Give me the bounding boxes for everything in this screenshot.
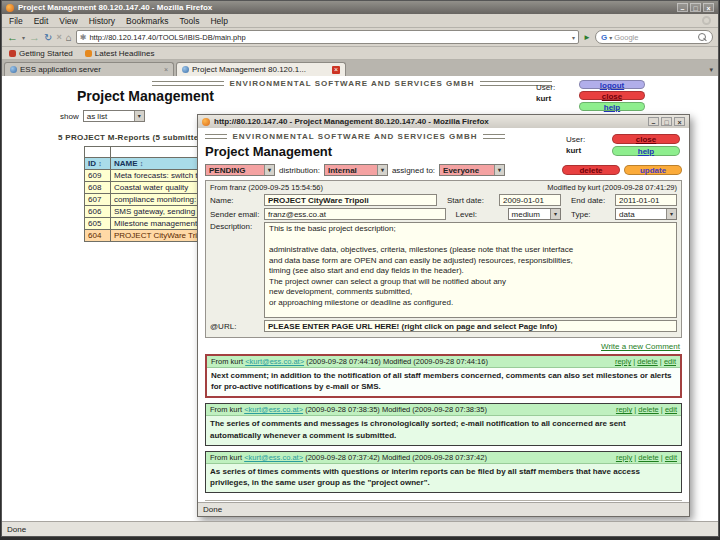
comment-from: From kurt bbox=[211, 357, 243, 366]
chevron-down-icon: ▾ bbox=[494, 165, 504, 175]
popup-status-text: Done bbox=[203, 505, 222, 514]
comment-from: From kurt bbox=[210, 405, 242, 414]
tab-favicon bbox=[182, 66, 189, 73]
home-icon[interactable]: ⌂ bbox=[66, 32, 72, 43]
column-header-id[interactable]: ID ↕ bbox=[85, 158, 111, 170]
comment-dates: (2009-09-28 07:44:16) Modified (2009-09-… bbox=[306, 357, 488, 366]
reload-icon[interactable]: ↻ bbox=[44, 32, 52, 43]
chevron-down-icon: ▾ bbox=[550, 209, 560, 219]
minimize-icon[interactable]: – bbox=[648, 117, 659, 126]
chevron-down-icon: ▾ bbox=[666, 209, 676, 219]
show-select[interactable]: as list ▾ bbox=[83, 110, 145, 122]
delete-link[interactable]: delete bbox=[638, 405, 658, 414]
maximize-icon[interactable]: □ bbox=[661, 117, 672, 126]
tab-list-dropdown-icon[interactable]: ▾ bbox=[709, 66, 716, 76]
back-icon[interactable]: ← bbox=[7, 32, 18, 43]
level-label: Level: bbox=[456, 210, 508, 219]
main-titlebar[interactable]: Project Management 80.120.147.40 - Mozil… bbox=[2, 1, 718, 14]
close-button[interactable]: close bbox=[612, 134, 680, 144]
project-detail-popup-window: http://80.120.147.40 - Project Managemen… bbox=[197, 114, 690, 517]
tab-ess-application-server[interactable]: ESS application server × bbox=[4, 62, 174, 76]
forward-icon[interactable]: → bbox=[29, 32, 40, 43]
site-favicon: ✱ bbox=[80, 33, 87, 42]
menu-history[interactable]: History bbox=[89, 16, 115, 26]
close-icon[interactable]: × bbox=[674, 117, 685, 126]
status-select[interactable]: PENDING ▾ bbox=[205, 164, 275, 176]
distribution-label: distribution: bbox=[279, 166, 320, 175]
edit-link[interactable]: edit bbox=[665, 405, 677, 414]
search-engine-dropdown-icon[interactable]: ▾ bbox=[609, 34, 612, 41]
edit-link[interactable]: edit bbox=[665, 453, 677, 462]
url-bar[interactable]: ✱ http://80.120.147.40/TOOLS/IBIS-DB/mai… bbox=[76, 30, 579, 44]
maximize-icon[interactable]: □ bbox=[690, 3, 701, 12]
chevron-down-icon: ▾ bbox=[377, 165, 387, 175]
modified-line: Modified by kurt (2009-09-28 07:41:29) bbox=[547, 183, 677, 192]
user-name: kurt bbox=[536, 93, 555, 104]
back-history-dropdown-icon[interactable]: ▾ bbox=[22, 34, 25, 41]
write-comment-link[interactable]: Write a new Comment bbox=[601, 342, 680, 351]
tab-close-icon[interactable]: × bbox=[332, 66, 340, 74]
popup-actions: close help bbox=[612, 130, 682, 159]
help-button[interactable]: help bbox=[612, 146, 680, 156]
tab-project-management[interactable]: Project Management 80.120.1... × bbox=[176, 62, 346, 76]
row-id: 607 bbox=[85, 194, 111, 206]
end-date-field[interactable] bbox=[615, 194, 677, 206]
row-id: 606 bbox=[85, 206, 111, 218]
menu-bookmarks[interactable]: Bookmarks bbox=[126, 16, 169, 26]
tab-close-icon[interactable]: × bbox=[164, 66, 168, 73]
menu-tools[interactable]: Tools bbox=[180, 16, 200, 26]
url-field[interactable] bbox=[264, 320, 677, 332]
delete-link[interactable]: delete bbox=[638, 453, 658, 462]
popup-header: ENVIRONMENTAL SOFTWARE AND SERVICES GMBH… bbox=[205, 130, 682, 159]
url-text[interactable]: http://80.120.147.40/TOOLS/IBIS-DB/main.… bbox=[89, 33, 569, 42]
status-bar: Done bbox=[2, 521, 718, 536]
minimize-icon[interactable]: – bbox=[677, 3, 688, 12]
help-button[interactable]: help bbox=[579, 102, 645, 111]
delete-button[interactable]: delete bbox=[562, 165, 620, 175]
sender-email-field[interactable] bbox=[264, 208, 446, 220]
description-textarea[interactable]: This is the basic project description; a… bbox=[264, 222, 677, 318]
start-date-field[interactable] bbox=[499, 194, 561, 206]
search-icon[interactable] bbox=[698, 33, 707, 42]
reply-link[interactable]: reply bbox=[615, 357, 631, 366]
logout-button[interactable]: logout bbox=[579, 80, 645, 89]
assigned-to-select[interactable]: Everyone ▾ bbox=[439, 164, 505, 176]
popup-page-title: Project Management bbox=[205, 144, 566, 159]
search-input[interactable]: Google bbox=[614, 33, 696, 42]
edit-link[interactable]: edit bbox=[664, 357, 676, 366]
stop-icon[interactable]: × bbox=[56, 32, 61, 43]
comment-email-link[interactable]: <kurt@ess.co.at> bbox=[244, 405, 303, 414]
popup-titlebar[interactable]: http://80.120.147.40 - Project Managemen… bbox=[198, 115, 689, 128]
end-date-label: End date: bbox=[571, 196, 615, 205]
user-name: kurt bbox=[566, 145, 612, 156]
menu-file[interactable]: File bbox=[9, 16, 23, 26]
id-filter-input[interactable] bbox=[85, 147, 111, 158]
comment-item: From kurt <kurt@ess.co.at> (2009-09-28 0… bbox=[205, 403, 682, 445]
menu-view[interactable]: View bbox=[59, 16, 77, 26]
type-select[interactable]: data ▾ bbox=[615, 208, 677, 220]
name-field[interactable] bbox=[264, 194, 437, 206]
go-icon[interactable]: ► bbox=[583, 33, 591, 42]
bookmark-latest-headlines[interactable]: Latest Headlines bbox=[85, 49, 155, 58]
delete-link[interactable]: delete bbox=[637, 357, 657, 366]
comment-email-link[interactable]: <kurt@ess.co.at> bbox=[245, 357, 304, 366]
comment-meta: From kurt <kurt@ess.co.at> (2009-09-28 0… bbox=[211, 357, 488, 366]
sender-email-label: Sender email: bbox=[210, 210, 264, 219]
comment-email-link[interactable]: <kurt@ess.co.at> bbox=[244, 453, 303, 462]
search-box[interactable]: G ▾ Google bbox=[595, 30, 713, 44]
bookmark-getting-started[interactable]: Getting Started bbox=[9, 49, 73, 58]
update-button[interactable]: update bbox=[624, 165, 682, 175]
reply-link[interactable]: reply bbox=[616, 405, 632, 414]
desktop: Project Management 80.120.147.40 - Mozil… bbox=[0, 0, 720, 540]
comment-from: From kurt bbox=[210, 453, 242, 462]
distribution-select[interactable]: Internal ▾ bbox=[324, 164, 388, 176]
reply-link[interactable]: reply bbox=[616, 453, 632, 462]
menu-edit[interactable]: Edit bbox=[34, 16, 49, 26]
level-select[interactable]: medium ▾ bbox=[508, 208, 561, 220]
url-dropdown-icon[interactable]: ▾ bbox=[572, 34, 575, 41]
tab-label: Project Management 80.120.1... bbox=[192, 65, 329, 74]
close-button[interactable]: close bbox=[579, 91, 645, 100]
comment-body: As series of times comments with questio… bbox=[206, 464, 681, 492]
close-icon[interactable]: × bbox=[703, 3, 714, 12]
menu-help[interactable]: Help bbox=[210, 16, 227, 26]
